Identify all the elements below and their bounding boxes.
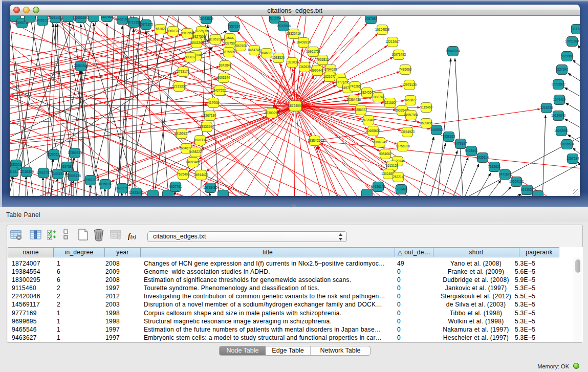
svg-text:9227342: 9227342 [556,68,569,71]
svg-text:6794028: 6794028 [324,68,337,71]
svg-text:11172: 11172 [573,27,580,31]
svg-text:9860124: 9860124 [167,29,180,33]
svg-text:2867608: 2867608 [234,44,247,48]
svg-text:9084067: 9084067 [379,152,392,156]
svg-text:1267534: 1267534 [567,157,579,160]
svg-text:12213309: 12213309 [172,84,187,88]
svg-text:3824554: 3824554 [361,91,374,94]
svg-text:16409910: 16409910 [296,40,311,44]
svg-text:13756928: 13756928 [396,144,410,148]
svg-text:15718485: 15718485 [203,186,218,189]
svg-text:3267130: 3267130 [204,114,216,117]
svg-text:17359934: 17359934 [68,151,82,155]
svg-text:1527602: 1527602 [101,16,114,18]
svg-text:16033809: 16033809 [199,17,214,20]
svg-text:8471676: 8471676 [499,172,512,176]
svg-text:931541: 931541 [10,170,18,173]
svg-text:5498222: 5498222 [189,150,202,154]
svg-text:9245052: 9245052 [521,188,534,191]
svg-text:19384554: 19384554 [308,139,322,142]
svg-text:18300295: 18300295 [265,111,279,115]
svg-text:417006: 417006 [208,101,219,104]
svg-text:9397586: 9397586 [61,165,74,168]
svg-text:10958107: 10958107 [98,182,113,186]
svg-text:15692901: 15692901 [554,129,569,133]
svg-text:20364436: 20364436 [346,98,361,101]
svg-text:19166827: 19166827 [175,132,189,135]
svg-text:16782759: 16782759 [115,186,130,190]
svg-text:16154808: 16154808 [375,28,390,31]
svg-text:1615152: 1615152 [386,164,399,167]
svg-text:18807249: 18807249 [373,140,387,144]
svg-text:989012: 989012 [185,55,196,59]
svg-text:621660: 621660 [384,101,396,104]
svg-text:9463627: 9463627 [404,98,417,102]
svg-text:933501: 933501 [10,163,21,166]
svg-text:14136141: 14136141 [371,185,386,188]
svg-text:f(x): f(x) [128,232,136,240]
svg-text:10671355: 10671355 [139,23,154,26]
svg-text:2935114: 2935114 [476,156,489,159]
svg-text:17016534: 17016534 [560,142,575,146]
svg-text:8186323: 8186323 [209,37,222,41]
svg-text:10653267: 10653267 [74,16,89,19]
svg-text:20206521: 20206521 [47,152,61,156]
svg-text:20691406: 20691406 [48,16,63,19]
svg-text:14957984: 14957984 [404,113,419,117]
svg-text:1322037: 1322037 [286,60,299,64]
svg-text:12213967: 12213967 [385,40,400,43]
svg-text:7955812: 7955812 [316,58,329,61]
svg-text:13654923: 13654923 [400,130,415,134]
svg-text:8912954: 8912954 [181,31,194,35]
svg-text:1440953: 1440953 [430,128,443,132]
svg-text:16648784: 16648784 [446,49,461,53]
svg-text:1080748: 1080748 [372,95,385,99]
svg-text:9115460: 9115460 [420,105,433,109]
svg-text:6479197: 6479197 [454,142,467,145]
svg-text:7663822: 7663822 [154,27,167,31]
svg-text:13751074: 13751074 [565,39,580,43]
svg-text:1244419: 1244419 [553,98,566,101]
svg-text:10654122: 10654122 [509,180,524,183]
svg-text:16210643: 16210643 [551,114,566,117]
svg-text:12505135: 12505135 [67,174,81,178]
svg-text:8990448: 8990448 [311,69,324,72]
svg-text:1145193: 1145193 [52,172,64,176]
svg-text:17957223: 17957223 [83,178,98,182]
svg-text:14099469: 14099469 [186,160,201,164]
svg-text:9329966: 9329966 [561,54,574,58]
svg-text:12975135: 12975135 [402,83,417,86]
svg-text:9657791: 9657791 [169,185,182,188]
svg-text:1588520: 1588520 [272,56,285,59]
svg-text:2603144: 2603144 [217,76,230,79]
svg-text:2087682: 2087682 [365,17,378,20]
svg-text:3875685: 3875685 [223,50,235,54]
svg-text:16543362: 16543362 [189,41,204,45]
svg-text:9474444: 9474444 [465,149,478,152]
svg-text:252214: 252214 [393,175,404,179]
svg-text:7957224: 7957224 [228,25,241,28]
svg-text:16961758: 16961758 [306,50,321,53]
svg-text:9646821: 9646821 [260,51,273,55]
svg-text:1733426: 1733426 [395,187,408,191]
svg-text:13325419: 13325419 [287,32,301,35]
svg-text:10973493: 10973493 [391,53,406,56]
svg-text:1621072: 1621072 [323,75,336,78]
svg-text:16914479: 16914479 [194,173,209,177]
svg-text:8813054: 8813054 [269,16,281,20]
svg-text:7632621: 7632621 [488,165,501,168]
svg-text:12093872: 12093872 [551,82,566,86]
svg-text:12156829: 12156829 [19,170,34,173]
svg-text:7625402: 7625402 [177,172,190,176]
svg-text:18724007: 18724007 [288,104,303,107]
svg-text:10688609: 10688609 [366,129,381,133]
svg-text:8938923: 8938923 [443,135,455,138]
svg-text:15720407: 15720407 [361,118,376,122]
svg-text:8454749: 8454749 [248,48,261,52]
svg-text:8427552: 8427552 [213,89,226,92]
svg-text:19218506: 19218506 [276,24,291,28]
svg-text:20053346: 20053346 [74,64,89,68]
svg-text:3215938: 3215938 [540,106,553,110]
svg-text:9242848: 9242848 [219,63,232,67]
svg-text:2718176: 2718176 [177,70,190,73]
